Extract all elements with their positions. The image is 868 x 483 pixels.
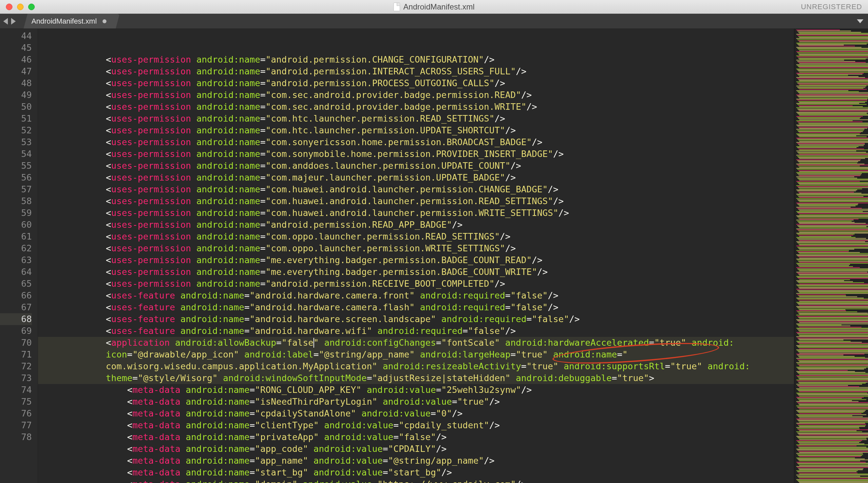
window-title-text: AndroidManifest.xml — [403, 2, 474, 11]
editor: 4445464748495051525354555657585960616263… — [0, 29, 868, 483]
tab-active[interactable]: AndroidManifest.xml — [24, 14, 120, 29]
tab-label: AndroidManifest.xml — [31, 17, 97, 26]
tab-nav-arrows — [0, 14, 19, 29]
history-back-button[interactable] — [3, 18, 8, 25]
minimap[interactable] — [794, 29, 868, 483]
close-window-button[interactable] — [6, 4, 12, 10]
traffic-lights — [6, 4, 35, 10]
history-forward-button[interactable] — [11, 18, 16, 25]
tab-modified-indicator — [102, 19, 106, 23]
window-titlebar: AndroidManifest.xml UNREGISTERED — [0, 0, 868, 14]
tab-bar: AndroidManifest.xml — [0, 14, 868, 29]
window-title: AndroidManifest.xml — [393, 2, 474, 11]
unregistered-label: UNREGISTERED — [801, 3, 862, 11]
file-icon — [393, 3, 400, 11]
line-number-gutter[interactable]: 4445464748495051525354555657585960616263… — [0, 29, 38, 483]
zoom-window-button[interactable] — [28, 4, 35, 10]
tab-overflow-icon[interactable] — [857, 19, 863, 23]
code-area[interactable]: <uses-permission android:name="android.p… — [38, 29, 794, 483]
minimize-window-button[interactable] — [17, 4, 24, 10]
